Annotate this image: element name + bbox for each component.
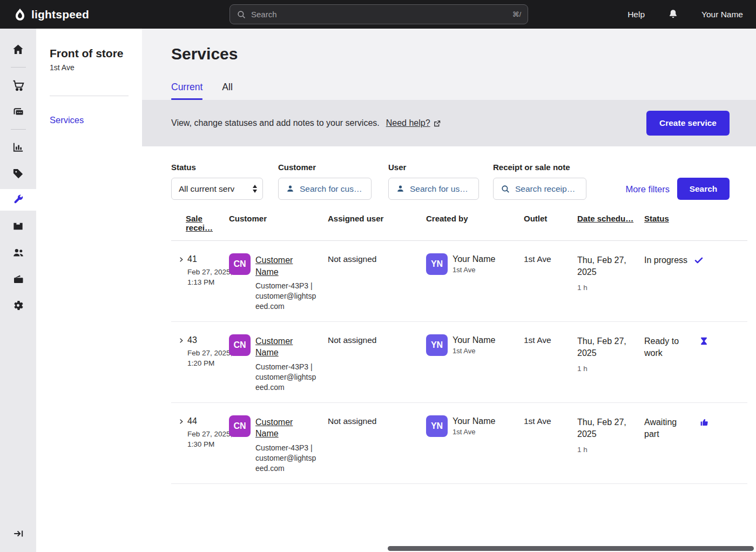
register-icon (12, 105, 25, 118)
status-label: In progress (644, 254, 687, 312)
nav-reporting[interactable] (0, 134, 36, 160)
tab-all[interactable]: All (222, 82, 232, 100)
person-icon (396, 184, 405, 193)
user-menu[interactable]: Your Name (701, 10, 743, 19)
collapse-icon (12, 528, 24, 540)
receipt-date: Feb 27, 2025, (187, 430, 232, 438)
col-date-scheduled[interactable]: Date schedu… (577, 214, 644, 232)
inventory-icon (12, 220, 24, 232)
expand-row-chevron-icon[interactable] (178, 418, 185, 474)
user-search-input[interactable] (410, 184, 473, 194)
expand-row-chevron-icon[interactable] (178, 256, 185, 312)
status-select[interactable]: All current serv (171, 178, 263, 200)
receipt-filter: Receipt or sale note (493, 163, 586, 200)
gear-icon (12, 299, 24, 312)
outlet-title: Front of store (50, 47, 142, 60)
subnav: Front of store 1st Ave Services (36, 29, 142, 552)
status-filter-label: Status (171, 163, 263, 172)
creator-outlet: 1st Ave (453, 266, 495, 274)
select-spinner-icon (253, 185, 257, 193)
external-link-icon (433, 119, 441, 127)
col-status[interactable]: Status (644, 214, 747, 232)
subnav-item-services[interactable]: Services (50, 115, 142, 125)
search-shortcut: ⌘/ (512, 10, 521, 18)
col-sale-receipt[interactable]: Sale recei… (171, 214, 229, 232)
tab-current[interactable]: Current (171, 82, 202, 100)
creator-avatar: YN (426, 334, 448, 356)
creator-outlet: 1st Ave (453, 347, 495, 355)
creator-outlet: 1st Ave (453, 428, 495, 436)
nav-home[interactable] (0, 36, 36, 63)
expand-row-chevron-icon[interactable] (178, 337, 185, 393)
customers-icon (12, 246, 25, 259)
receipt-number: 41 (187, 254, 233, 264)
need-help-label: Need help? (386, 118, 430, 128)
outlet: 1st Ave (524, 254, 551, 264)
nav-catalog[interactable] (0, 160, 36, 187)
nav-register[interactable] (0, 98, 36, 125)
global-search-input[interactable] (251, 10, 507, 19)
main-content: Services Current All View, change status… (142, 29, 756, 552)
table-header: Sale recei… Customer Assigned user Creat… (171, 214, 747, 241)
filters-bar: Status All current serv Customer User (171, 163, 756, 200)
info-banner: View, change statuses and add notes to y… (142, 100, 756, 146)
assigned-user: Not assigned (328, 254, 376, 264)
status-label: Awaiting part (644, 416, 693, 474)
receipt-time: 1:30 PM (187, 440, 214, 448)
user-filter: User (388, 163, 479, 200)
person-icon (286, 184, 295, 193)
assigned-user: Not assigned (328, 335, 376, 345)
col-customer: Customer (229, 214, 328, 232)
customer-avatar: CN (229, 415, 251, 437)
outlet-subtitle: 1st Ave (50, 63, 142, 72)
duration: 1 h (577, 284, 644, 292)
user-filter-label: User (388, 163, 479, 172)
check-icon (694, 255, 704, 312)
customer-avatar: CN (229, 253, 251, 275)
subnav-divider (50, 96, 129, 96)
nav-sell[interactable] (0, 72, 36, 98)
receipt-time: 1:20 PM (187, 359, 214, 367)
customer-detail: Customer-43P3 | customer@lightspeed.com (255, 362, 317, 393)
icon-rail (0, 29, 36, 552)
assigned-user: Not assigned (328, 416, 376, 426)
notifications-bell-icon[interactable] (667, 9, 679, 20)
wrench-icon (12, 194, 24, 206)
help-link[interactable]: Help (627, 10, 645, 19)
col-created-by: Created by (426, 214, 524, 232)
table-row: 44 Feb 27, 2025,1:30 PM CN Customer Name… (171, 403, 747, 484)
customer-name-link[interactable]: Customer Name (255, 254, 302, 278)
receipt-search-input[interactable] (515, 184, 580, 194)
collapse-rail[interactable] (0, 520, 36, 547)
receipt-date: Feb 27, 2025, (187, 268, 232, 276)
customer-name-link[interactable]: Customer Name (255, 335, 302, 359)
thumbs-up-icon (699, 418, 709, 474)
customer-name-link[interactable]: Customer Name (255, 416, 302, 440)
bar-chart-icon (12, 141, 24, 153)
nav-services[interactable] (0, 189, 36, 211)
search-button[interactable]: Search (677, 178, 730, 200)
status-label: Ready to work (644, 335, 693, 393)
customer-avatar: CN (229, 334, 251, 356)
lightspeed-logo[interactable]: lightspeed (13, 8, 89, 22)
receipt-number: 44 (187, 416, 233, 426)
create-service-button[interactable]: Create service (646, 111, 730, 136)
nav-settings[interactable] (0, 292, 36, 319)
customer-filter: Customer (278, 163, 372, 200)
rail-divider (11, 67, 26, 68)
need-help-link[interactable]: Need help? (386, 118, 441, 128)
outlet: 1st Ave (524, 335, 551, 345)
home-icon (12, 43, 24, 56)
nav-inventory[interactable] (0, 213, 36, 239)
customer-search-input[interactable] (300, 184, 366, 194)
nav-customers[interactable] (0, 239, 36, 266)
outlet: 1st Ave (524, 416, 551, 426)
horizontal-scrollbar[interactable] (388, 546, 754, 551)
more-filters-link[interactable]: More filters (625, 184, 670, 194)
creator-avatar: YN (426, 253, 448, 275)
subnav-item-label: Services (50, 115, 84, 125)
page-title: Services (171, 45, 756, 63)
global-search[interactable]: ⌘/ (230, 4, 528, 24)
status-select-value: All current serv (179, 184, 234, 194)
nav-workspace[interactable] (0, 266, 36, 292)
